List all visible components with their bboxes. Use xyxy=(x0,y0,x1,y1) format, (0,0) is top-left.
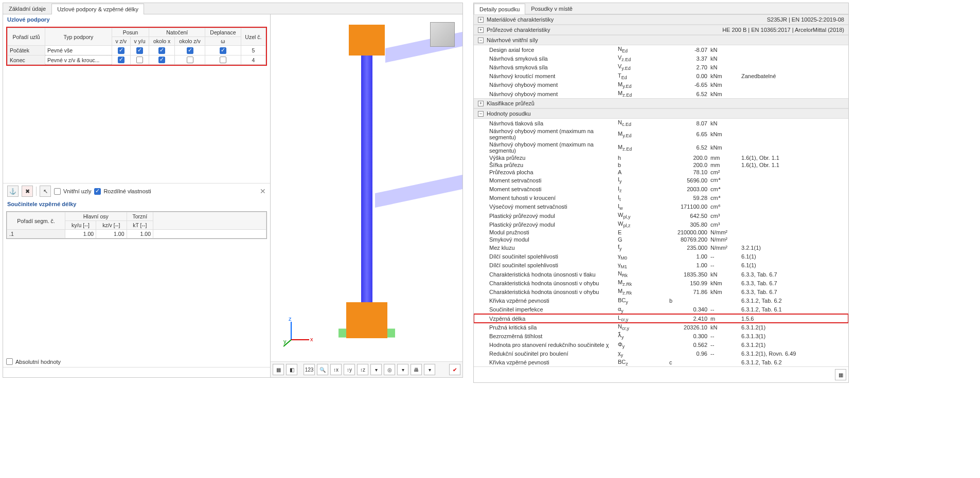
rozdilne-checkbox[interactable]: Rozdílné vlastnosti xyxy=(94,188,151,195)
collapse-icon[interactable]: − xyxy=(478,111,484,117)
table-row[interactable]: KonecPevné v z/v & krouc... 4 xyxy=(8,55,266,65)
detail-row[interactable]: Moment tuhosti v krouceníIt59.28cm⁴ xyxy=(474,194,848,203)
tab-zakladni[interactable]: Základní údaje xyxy=(3,3,51,14)
detail-row[interactable]: Pružná kritická sílaNcr,y20326.10kN6.3.1… xyxy=(474,323,848,332)
detail-row[interactable]: Moment setrvačnostiIy5696.00cm⁴ xyxy=(474,176,848,185)
view-icon[interactable]: ▾ xyxy=(370,364,382,375)
support-bottom xyxy=(346,302,387,338)
detail-row[interactable]: Návrhový kroutící momentTEd0.00kNmZanedb… xyxy=(474,72,848,81)
export-icon[interactable]: ▦ xyxy=(835,369,846,380)
detail-row[interactable]: Výška průřezuh200.0mm1.6(1), Obr. 1.1 xyxy=(474,154,848,161)
left-subpanel: Uzlové podpory Pořadí uzlů Typ podpory P… xyxy=(3,14,271,377)
col-typ: Typ podpory xyxy=(45,28,112,46)
col-poradi: Pořadí uzlů xyxy=(8,28,45,46)
col-deplan: Deplanace xyxy=(205,28,241,37)
view-icon[interactable]: 🔍 xyxy=(317,364,328,375)
detail-row[interactable]: Návrhový ohybový momentMz.Ed6.52kNm xyxy=(474,89,848,98)
view-icon[interactable]: 🖶 xyxy=(411,364,422,375)
coef-title: Součinitele vzpěrné délky xyxy=(3,199,270,209)
expand-icon[interactable]: + xyxy=(478,27,484,33)
view-icon[interactable]: ↕x xyxy=(330,364,342,375)
view-icon[interactable]: ↕z xyxy=(357,364,368,375)
detail-row[interactable]: Vzpěrná délkaLcr,y2.410m1.5.6 xyxy=(474,314,848,323)
detail-row[interactable]: Charakteristická hodnota únosnosti v tla… xyxy=(474,270,848,279)
close-icon[interactable]: ✕ xyxy=(260,187,266,195)
detail-row[interactable]: Návrhový ohybový moment (maximum na segm… xyxy=(474,141,848,154)
table-row[interactable]: PočátekPevné vše 5 xyxy=(8,46,266,56)
tool-delete-icon[interactable]: ✖ xyxy=(22,186,33,197)
detail-row[interactable]: Smykový modulG80769.200N/mm² xyxy=(474,236,848,243)
expand-icon[interactable]: + xyxy=(478,101,484,106)
detail-row[interactable]: Moment setrvačnostiIz2003.00cm⁴ xyxy=(474,185,848,194)
view-icon[interactable]: ↕y xyxy=(344,364,355,375)
detail-row[interactable]: Návrhový ohybový moment (maximum na segm… xyxy=(474,127,848,141)
detail-row[interactable]: Modul pružnostiE210000.000N/mm² xyxy=(474,229,848,236)
tool-anchor-icon[interactable]: ⚓ xyxy=(7,186,19,197)
section-klasifikace[interactable]: +Klasifikace průřezů xyxy=(474,98,848,108)
column-member xyxy=(361,30,372,338)
left-panel: Základní údaje Uzlové podpory & vzpěrné … xyxy=(3,3,463,378)
view-icon[interactable]: ▾ xyxy=(397,364,408,375)
view-icon[interactable]: 123 xyxy=(304,364,315,375)
view-icon[interactable]: ◎ xyxy=(384,364,395,375)
detail-row[interactable]: Dílčí součinitel spolehlivostiγM11.00--6… xyxy=(474,261,848,270)
viewer-panel: xzy ▦ ◧ 123 🔍 ↕x ↕y ↕z ▾ ◎ ▾ 🖶 ▾ ✔ xyxy=(271,14,462,377)
detail-row[interactable]: Návrhová smyková sílaVz.Ed3.37kN xyxy=(474,54,848,63)
detail-row[interactable]: Dílčí součinitel spolehlivostiγM01.00--6… xyxy=(474,252,848,261)
axis-triad-icon: xzy xyxy=(283,317,314,348)
section-material[interactable]: +Materiálové charakteristikyS235JR | EN … xyxy=(474,14,848,25)
detail-row[interactable]: Redukční součinitel pro bouleníχy0.96--6… xyxy=(474,350,848,358)
tool-pointer-icon[interactable]: ↖ xyxy=(40,186,51,197)
detail-row[interactable]: Výsečový moment setrvačnostiIw171100.00c… xyxy=(474,203,848,211)
detail-row[interactable]: Mez kluzufy235.000N/mm²3.2.1(1) xyxy=(474,243,848,252)
right-tabs: Detaily posudku Posudky v místě xyxy=(474,3,848,14)
expand-icon[interactable]: + xyxy=(478,17,484,23)
detail-row[interactable]: Design axial forceNEd-8.07kN xyxy=(474,45,848,54)
section-hodnoty[interactable]: −Hodnoty posudku xyxy=(474,108,848,119)
tab-detaily[interactable]: Detaily posudku xyxy=(474,4,525,14)
supports-grid[interactable]: Pořadí uzlů Typ podpory Posun Natočení D… xyxy=(6,27,267,66)
section-navsily[interactable]: −Návrhové vnitřní síly xyxy=(474,35,848,45)
col-natoceni: Natočení xyxy=(149,28,205,37)
detail-row[interactable]: Součinitel imperfekceαy0.340--6.3.1.2, T… xyxy=(474,305,848,314)
coef-row[interactable]: .1 1.00 1.00 1.00 xyxy=(7,230,266,238)
section-prurez[interactable]: +Průřezové charakteristikyHE 200 B | EN … xyxy=(474,25,848,35)
3d-viewer[interactable]: xzy xyxy=(271,14,462,361)
detail-row[interactable]: Charakteristická hodnota únosnosti v ohy… xyxy=(474,279,848,287)
left-tabs: Základní údaje Uzlové podpory & vzpěrné … xyxy=(3,3,462,14)
viewer-toolbar: ▦ ◧ 123 🔍 ↕x ↕y ↕z ▾ ◎ ▾ 🖶 ▾ ✔ xyxy=(271,361,462,377)
detail-row[interactable]: Plastický průřezový modulWpl,z305.80cm³ xyxy=(474,220,848,229)
view-icon[interactable]: ▦ xyxy=(273,364,284,375)
detail-row[interactable]: Bezrozměrná štíhlostλ̄y0.300--6.3.1.3(1) xyxy=(474,332,848,340)
view-icon[interactable]: ▾ xyxy=(424,364,435,375)
detail-row[interactable]: Hodnota pro stanovení redukčního součini… xyxy=(474,341,848,350)
right-panel: Detaily posudku Posudky v místě +Materiá… xyxy=(473,3,849,383)
support-top xyxy=(349,25,385,56)
detail-row[interactable]: Návrhová smyková sílaVy.Ed2.70kN xyxy=(474,63,848,71)
tab-uzlove[interactable]: Uzlové podpory & vzpěrné délky xyxy=(51,4,144,14)
detail-row[interactable]: Šířka průřezub200.0mm1.6(1), Obr. 1.1 xyxy=(474,161,848,169)
col-uzel: Uzel č. xyxy=(241,28,265,46)
tab-posudky[interactable]: Posudky v místě xyxy=(525,3,578,14)
vnitrni-uzly-checkbox[interactable]: Vnitřní uzly xyxy=(54,188,91,195)
viewcube-icon[interactable] xyxy=(430,22,455,47)
view-icon[interactable]: ◧ xyxy=(286,364,297,375)
col-posun: Posun xyxy=(112,28,149,37)
detail-row[interactable]: Plastický průřezový modulWpl,y642.50cm³ xyxy=(474,211,848,220)
detail-row[interactable]: Křivka vzpěrné pevnostiBCyb6.3.1.2, Tab.… xyxy=(474,297,848,305)
detail-row[interactable]: Charakteristická hodnota únosnosti v ohy… xyxy=(474,287,848,296)
ok-icon[interactable]: ✔ xyxy=(449,364,460,375)
svg-text:z: z xyxy=(289,317,292,322)
svg-text:y: y xyxy=(283,338,287,344)
detail-row[interactable]: Průřezová plochaA78.10cm² xyxy=(474,169,848,176)
absolutni-checkbox[interactable]: Absolutní hodnoty xyxy=(6,358,267,365)
detail-row[interactable]: Křivka vzpěrné pevnostiBCzc6.3.1.2, Tab.… xyxy=(474,358,848,366)
supports-toolbar: ⚓ ✖ ↖ Vnitřní uzly Rozdílné vlastnosti ✕ xyxy=(3,183,270,199)
detail-row[interactable]: Návrhová tlaková sílaNc.Ed8.07kN xyxy=(474,119,848,127)
detail-row[interactable]: Návrhový ohybový momentMy.Ed-6.65kNm xyxy=(474,81,848,89)
collapse-icon[interactable]: − xyxy=(478,38,484,43)
details-tree[interactable]: +Materiálové charakteristikyS235JR | EN … xyxy=(474,14,848,366)
svg-text:x: x xyxy=(310,336,313,342)
beam-icon xyxy=(375,175,462,208)
coef-grid[interactable]: Pořadí segm. č. Hlavní osy Torzní ky/u [… xyxy=(6,211,267,239)
